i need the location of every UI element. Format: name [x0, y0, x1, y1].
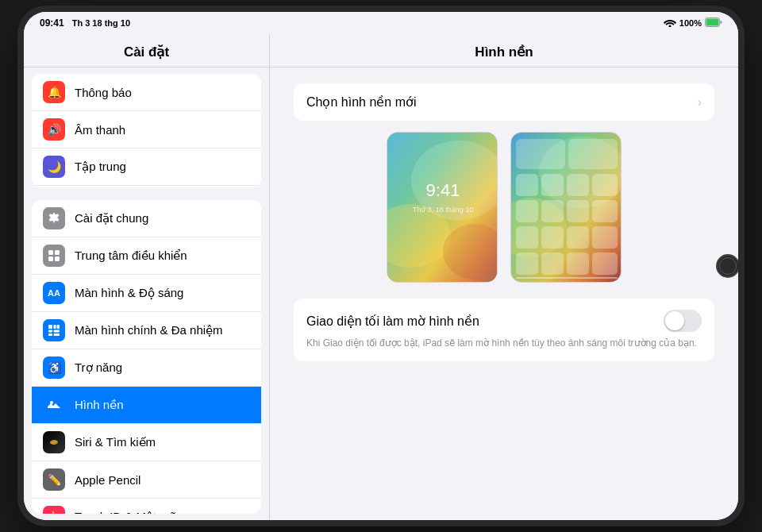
svg-rect-1 [706, 19, 719, 26]
home-button-ring [719, 257, 737, 275]
sidebar-item-hinh-nen[interactable]: Hình nền [32, 387, 261, 424]
sidebar-item-trung-tam[interactable]: Trung tâm điều khiển [32, 237, 261, 275]
sidebar-group-1: 🔔 Thông báo 🔊 Âm thanh 🌙 Tập trung [32, 74, 261, 187]
svg-rect-4 [55, 250, 60, 255]
status-right-icons: 100% [664, 17, 722, 29]
display-brightness-icon: AA [43, 282, 65, 304]
detail-panel: Hình nền Chọn hình nền mới › [270, 34, 738, 520]
svg-rect-40 [541, 253, 564, 275]
sidebar-group-2: Cài đặt chung Trung tâm điều khiển [32, 200, 261, 514]
sidebar-item-man-hinh-do-sang[interactable]: AA Màn hình & Độ sáng [32, 275, 261, 312]
sidebar-item-tap-trung[interactable]: 🌙 Tập trung [32, 148, 261, 186]
sidebar-item-label: Touch ID & Mật mã [75, 510, 250, 514]
svg-point-14 [50, 401, 53, 404]
svg-rect-43 [516, 277, 618, 279]
chevron-right-icon: › [698, 95, 702, 110]
sidebar-item-label: Trợ năng [75, 360, 250, 375]
svg-text:9:41: 9:41 [426, 180, 460, 200]
sidebar-item-cai-dat-chung[interactable]: Cài đặt chung [32, 200, 261, 237]
sidebar: Cài đặt 🔔 Thông báo 🔊 Âm thanh [24, 34, 270, 520]
dark-mode-toggle-row: Giao diện tối làm mờ hình nền [306, 310, 702, 332]
svg-rect-31 [516, 200, 538, 222]
sidebar-item-label: Tập trung [75, 160, 250, 174]
sound-icon: 🔊 [43, 118, 65, 141]
svg-rect-9 [57, 325, 60, 329]
sidebar-item-label: Trung tâm điều khiển [75, 249, 250, 263]
svg-text:Thứ 3, 18 tháng 10: Thứ 3, 18 tháng 10 [413, 206, 474, 214]
svg-rect-41 [567, 253, 589, 275]
control-center-icon [43, 245, 65, 267]
ipad-frame: 09:41 Th 3 18 thg 10 100% [24, 12, 738, 520]
svg-rect-38 [592, 226, 618, 249]
sidebar-item-man-hinh-chinh[interactable]: Màn hình chính & Đa nhiệm [32, 312, 261, 349]
svg-rect-37 [567, 226, 589, 249]
svg-rect-25 [516, 139, 565, 169]
svg-rect-30 [592, 174, 618, 196]
svg-rect-5 [48, 256, 53, 261]
svg-rect-34 [592, 200, 618, 222]
sidebar-item-am-thanh[interactable]: 🔊 Âm thanh [32, 111, 261, 148]
sidebar-item-label: Siri & Tìm kiếm [75, 435, 250, 449]
battery-icon [705, 17, 722, 29]
home-screen-icon [43, 319, 65, 341]
focus-icon: 🌙 [43, 156, 65, 178]
detail-content: Chọn hình nền mới › [270, 67, 738, 384]
status-date: Th 3 18 thg 10 [72, 18, 130, 28]
svg-rect-32 [541, 200, 564, 222]
svg-rect-6 [55, 256, 60, 261]
toggle-knob [665, 311, 684, 330]
svg-rect-42 [592, 253, 618, 275]
svg-rect-3 [48, 250, 53, 255]
dark-mode-toggle[interactable] [664, 310, 702, 332]
notification-icon: 🔔 [43, 81, 65, 103]
svg-rect-29 [567, 174, 589, 196]
svg-rect-26 [568, 139, 618, 169]
apple-pencil-icon: ✏️ [43, 468, 65, 491]
touch-id-icon: 👆 [43, 506, 65, 514]
sidebar-item-label: Thông báo [75, 86, 250, 99]
wallpaper-previews: 9:41 Thứ 3, 18 tháng 10 [294, 132, 714, 283]
siri-icon [43, 431, 65, 453]
sidebar-item-label: Âm thanh [75, 123, 250, 137]
sidebar-item-label: Màn hình & Độ sáng [75, 286, 250, 300]
lockscreen-wallpaper: 9:41 Thứ 3, 18 tháng 10 [387, 133, 497, 282]
sidebar-item-touch-id[interactable]: 👆 Touch ID & Mật mã [32, 499, 261, 514]
home-button[interactable] [716, 254, 738, 278]
sidebar-item-siri[interactable]: Siri & Tìm kiếm [32, 424, 261, 461]
dark-mode-toggle-section: Giao diện tối làm mờ hình nền Khi Giao d… [294, 299, 714, 361]
sidebar-item-label: Màn hình chính & Đa nhiệm [75, 323, 250, 337]
dark-mode-label: Giao diện tối làm mờ hình nền [306, 314, 479, 329]
sidebar-item-tro-nang[interactable]: ♿ Trợ năng [32, 349, 261, 387]
status-time: 09:41 [40, 17, 64, 29]
sidebar-item-label: Apple Pencil [75, 473, 250, 487]
wallpaper-icon [43, 394, 65, 416]
dark-mode-description: Khi Giao diện tối được bật, iPad sẽ làm … [306, 337, 702, 350]
choose-wallpaper-button[interactable]: Chọn hình nền mới › [294, 83, 714, 121]
accessibility-icon: ♿ [43, 357, 65, 379]
lockscreen-preview[interactable]: 9:41 Thứ 3, 18 tháng 10 [387, 132, 498, 283]
sidebar-item-apple-pencil[interactable]: ✏️ Apple Pencil [32, 461, 261, 499]
battery-percentage: 100% [679, 18, 702, 28]
svg-rect-27 [516, 174, 538, 196]
status-bar: 09:41 Th 3 18 thg 10 100% [24, 12, 738, 34]
sidebar-header: Cài đặt [24, 34, 269, 67]
svg-rect-28 [541, 174, 564, 196]
sidebar-item-thoi-gian[interactable]: ⏳ Thời gian sử dụng [32, 186, 261, 187]
svg-rect-12 [48, 333, 52, 336]
choose-wallpaper-label: Chọn hình nền mới [306, 94, 417, 110]
sidebar-item-label: Cài đặt chung [75, 211, 250, 226]
svg-rect-10 [48, 330, 52, 333]
wifi-icon [664, 17, 676, 29]
general-settings-icon [43, 207, 65, 229]
homescreen-preview[interactable] [510, 132, 622, 283]
svg-rect-7 [48, 325, 52, 329]
sidebar-item-thong-bao[interactable]: 🔔 Thông báo [32, 74, 261, 111]
svg-rect-39 [516, 253, 538, 275]
svg-rect-11 [54, 330, 60, 333]
svg-rect-33 [567, 200, 589, 222]
svg-rect-8 [54, 325, 56, 329]
sidebar-item-label: Hình nền [75, 398, 250, 412]
svg-point-15 [50, 440, 58, 445]
detail-header: Hình nền [270, 34, 738, 67]
svg-rect-36 [541, 226, 564, 249]
